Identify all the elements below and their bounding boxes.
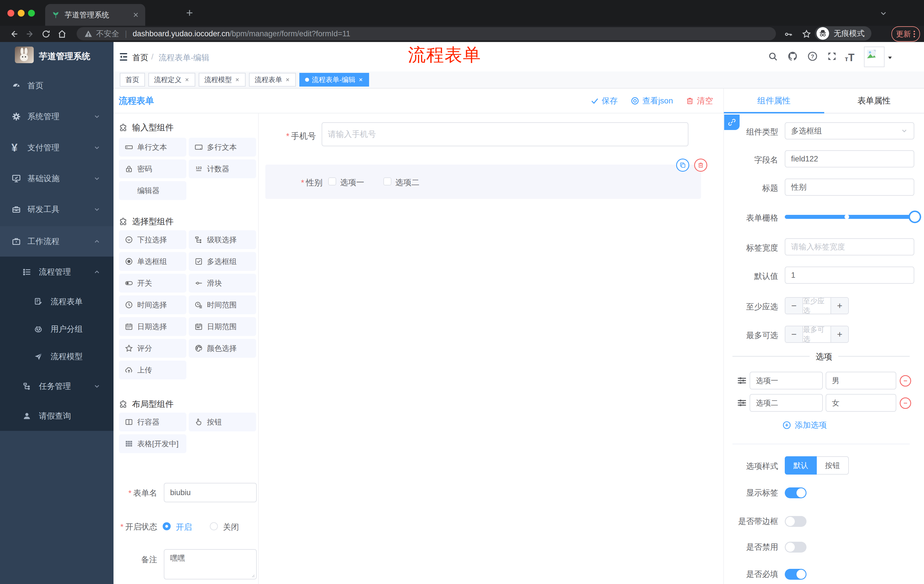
password-key-icon[interactable] [784,30,793,39]
sidebar-item-process-mgmt[interactable]: 流程管理 [0,265,114,279]
label-width-input[interactable] [785,238,914,255]
tag-close-icon[interactable] [235,77,240,82]
drag-handle-icon[interactable] [736,375,747,386]
gender-option-1-label[interactable]: 选项一 [340,177,364,188]
option-2-label-input[interactable] [750,394,823,412]
tag-process-form[interactable]: 流程表单 [249,73,296,87]
window-zoom-button[interactable] [28,10,35,16]
forward-icon[interactable] [25,29,35,39]
update-button[interactable]: 更新 [891,26,920,42]
option-style-button-button[interactable]: 按钮 [817,456,849,475]
component-switch[interactable]: 开关 [119,274,186,293]
sidebar-item-task-mgmt[interactable]: 任务管理 [0,380,114,393]
component-rate[interactable]: 评分 [119,339,186,358]
tab-component-props[interactable]: 组件属性 [724,89,824,113]
window-minimize-button[interactable] [18,10,25,16]
component-single-text[interactable]: 单行文本 [119,138,186,156]
component-table[interactable]: 表格[开发中] [119,434,186,453]
component-time-range[interactable]: 时间范围 [189,295,256,314]
tab-list-chevron-icon[interactable] [879,9,888,18]
url-field[interactable]: 不安全 | dashboard.yudao.iocoder.cn/bpm/man… [77,27,776,40]
title-input[interactable] [785,179,914,196]
incognito-badge[interactable]: 无痕模式 [815,26,871,41]
max-select-value[interactable]: 最多可选 [802,326,831,342]
plus-button[interactable]: + [831,326,848,342]
radio-off-label[interactable]: 关闭 [223,522,239,533]
resize-handle-icon[interactable] [251,573,255,578]
radio-on[interactable] [163,522,171,530]
component-date-range[interactable]: 日期范围 [189,317,256,336]
radio-off[interactable] [210,522,218,530]
view-json-button[interactable]: 查看json [630,95,673,106]
component-cascader[interactable]: 级联选择 [189,230,256,249]
remove-option-button[interactable] [900,375,911,387]
window-close-button[interactable] [7,10,14,16]
required-toggle[interactable] [785,569,807,580]
default-value-input[interactable] [785,267,914,284]
save-button[interactable]: 保存 [591,95,618,106]
sidebar-item-workflow[interactable]: 工作流程 [0,235,114,248]
sidebar-fold-icon[interactable] [118,51,129,62]
component-upload[interactable]: 上传 [119,360,186,380]
new-tab-icon[interactable] [185,8,194,17]
sidebar-item-process-form[interactable]: 流程表单 [0,295,114,309]
option-style-default-button[interactable]: 默认 [785,456,817,475]
phone-field-input[interactable] [322,122,688,146]
font-size-icon[interactable]: тT [845,52,855,64]
back-icon[interactable] [9,29,19,39]
min-select-value[interactable]: 至少应选 [802,298,831,314]
duplicate-field-button[interactable] [676,159,689,172]
component-color-picker[interactable]: 颜色选择 [189,339,256,358]
add-option-button[interactable]: 添加选项 [782,420,827,431]
sidebar-item-process-model[interactable]: 流程模型 [0,350,114,364]
tag-process-model[interactable]: 流程模型 [199,73,246,87]
border-toggle[interactable] [785,516,807,527]
remove-option-button[interactable] [900,397,911,409]
component-select[interactable]: 下拉选择 [119,230,186,249]
selected-field-gender[interactable]: *性别 选项一 选项二 [265,165,701,199]
sidebar-item-devtools[interactable]: 研发工具 [0,202,114,216]
sidebar-item-leave-query[interactable]: 请假查询 [0,409,114,423]
gender-checkbox-2[interactable] [383,178,391,186]
browser-tab[interactable]: 芋道管理系统 [45,4,145,26]
form-name-input[interactable] [164,483,257,502]
plus-button[interactable]: + [831,298,848,314]
component-editor[interactable]: 编辑器 [119,181,186,200]
sidebar-item-system[interactable]: 系统管理 [0,110,114,123]
fullscreen-icon[interactable] [827,51,837,62]
grid-slider-track[interactable] [785,215,918,219]
sidebar-item-home[interactable]: 首页 [0,79,114,92]
tag-close-icon[interactable] [358,77,363,82]
field-name-input[interactable] [785,150,914,168]
component-textarea[interactable]: 多行文本 [189,138,256,156]
delete-field-button[interactable] [694,159,707,172]
tag-close-icon[interactable] [285,77,290,82]
tab-close-icon[interactable] [133,12,139,18]
grid-slider-handle[interactable] [909,211,921,223]
clear-button[interactable]: 清空 [686,95,713,106]
sidebar-item-user-group[interactable]: 用户分组 [0,322,114,336]
drag-handle-icon[interactable] [736,397,747,408]
remark-textarea[interactable]: 嘿嘿 [164,549,257,579]
breadcrumb-home[interactable]: 首页 [132,52,148,63]
component-date-picker[interactable]: 日期选择 [119,317,186,336]
radio-on-label[interactable]: 开启 [176,522,192,533]
option-1-value-input[interactable] [826,372,896,390]
component-password[interactable]: 密码 [119,160,186,178]
disabled-toggle[interactable] [785,542,807,553]
minus-button[interactable]: − [785,326,802,342]
option-1-label-input[interactable] [750,372,823,390]
component-row-container[interactable]: 行容器 [119,413,186,431]
tag-process-form-edit[interactable]: 流程表单-编辑 [299,73,369,87]
avatar-caret-icon[interactable] [887,54,893,61]
minus-button[interactable]: − [785,298,802,314]
component-slider[interactable]: 滑块 [189,274,256,293]
component-checkbox-group[interactable]: 多选框组 [189,252,256,271]
form-canvas[interactable]: *手机号 *性别 选项一 选项二 [259,114,723,584]
bookmark-star-icon[interactable] [802,29,811,39]
home-icon[interactable] [57,29,67,39]
component-radio-group[interactable]: 单选框组 [119,252,186,271]
show-label-toggle[interactable] [785,487,807,498]
option-2-value-input[interactable] [826,394,896,412]
tag-home[interactable]: 首页 [120,73,145,87]
